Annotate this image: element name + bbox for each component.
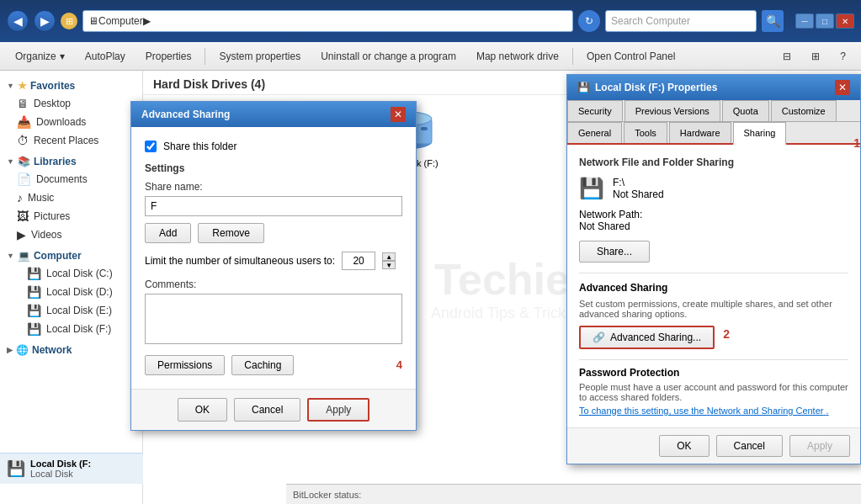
section-title: Hard Disk Drives (4)	[153, 77, 265, 91]
share-folder-checkbox[interactable]	[145, 141, 157, 152]
sidebar-item-drive-c-label: Local Disk (C:)	[46, 268, 113, 279]
toolbar-view-controls: ⊟ ⊞ ?	[774, 45, 854, 68]
tab-general[interactable]: General	[567, 122, 622, 143]
tab-previous-versions[interactable]: Previous Versions	[624, 100, 720, 121]
sidebar-item-recent-label: Recent Places	[34, 135, 98, 146]
favorites-label: Favorites	[30, 80, 75, 92]
network-path-label: Network Path:	[579, 209, 642, 220]
limit-input[interactable]	[342, 252, 375, 270]
tab-security-label: Security	[578, 106, 612, 116]
share-name-input[interactable]	[145, 196, 402, 216]
computer-header[interactable]: ▼ 💻 Computer	[0, 247, 142, 264]
permissions-button[interactable]: Permissions	[145, 355, 225, 375]
adv-dialog-close-button[interactable]: ✕	[391, 107, 406, 122]
tab-quota-label: Quota	[733, 106, 758, 116]
advanced-sharing-section: Advanced Sharing Set custom permissions,…	[579, 273, 848, 349]
adv-dialog-ok-button[interactable]: OK	[178, 398, 227, 422]
sidebar-item-pictures-label: Pictures	[34, 210, 70, 222]
refresh-button[interactable]: ↻	[578, 10, 600, 32]
props-apply-button[interactable]: Apply	[789, 435, 850, 457]
view-button[interactable]: ⊟	[774, 45, 800, 68]
tab-hardware[interactable]: Hardware	[669, 122, 731, 143]
libraries-header[interactable]: ▼ 📚 Libraries	[0, 153, 142, 170]
add-button[interactable]: Add	[145, 223, 191, 243]
sidebar-item-recent[interactable]: ⏱ Recent Places	[0, 131, 142, 150]
bitlocker-status: BitLocker status:	[293, 490, 361, 500]
sidebar-item-pictures[interactable]: 🖼 Pictures	[0, 207, 142, 225]
search-button[interactable]: 🔍	[762, 10, 784, 32]
advanced-sharing-button[interactable]: 🔗 Advanced Sharing...	[579, 326, 715, 349]
adv-dialog-cancel-button[interactable]: Cancel	[234, 398, 300, 422]
not-shared-text: Not Shared	[613, 188, 664, 200]
sidebar-item-music[interactable]: ♪ Music	[0, 188, 142, 207]
sidebar-item-downloads[interactable]: 📥 Downloads	[0, 113, 142, 131]
search-bar[interactable]: Search Computer	[605, 10, 757, 32]
spinner-up-button[interactable]: ▲	[382, 252, 396, 261]
system-properties-button[interactable]: System properties	[210, 45, 309, 68]
control-panel-button[interactable]: Open Control Panel	[578, 45, 683, 68]
sidebar-item-drive-c[interactable]: 💾 Local Disk (C:)	[0, 264, 142, 283]
sidebar-item-videos[interactable]: ▶ Videos	[0, 225, 142, 244]
map-drive-button[interactable]: Map network drive	[468, 45, 567, 68]
autoplay-button[interactable]: AutoPlay	[77, 45, 134, 68]
minimize-button[interactable]: ─	[795, 13, 814, 29]
title-bar: ◀ ▶ ⊞ 🖥 Computer ▶ ↻ Search Computer 🔍 ─…	[0, 0, 861, 42]
adv-dialog-apply-button[interactable]: Apply	[307, 398, 369, 422]
favorites-header[interactable]: ▼ ★ Favorites	[0, 77, 142, 94]
sidebar-item-drive-d[interactable]: 💾 Local Disk (D:)	[0, 283, 142, 301]
toolbar: Organize▾ AutoPlay Properties System pro…	[0, 42, 861, 71]
close-button[interactable]: ✕	[836, 13, 854, 29]
drive-f-icon: 💾	[27, 322, 41, 336]
props-badge-1: 1	[853, 136, 860, 150]
back-button[interactable]: ◀	[7, 10, 29, 32]
organize-button[interactable]: Organize▾	[7, 45, 73, 68]
tab-customize[interactable]: Customize	[771, 100, 837, 121]
adv-sharing-btn-label: Advanced Sharing...	[610, 332, 701, 343]
limit-row: Limit the number of simultaneous users t…	[145, 252, 402, 270]
sidebar-item-drive-f[interactable]: 💾 Local Disk (F:)	[0, 320, 142, 338]
favorites-star-icon: ★	[18, 80, 27, 92]
uninstall-button[interactable]: Uninstall or change a program	[312, 45, 465, 68]
tab-quota[interactable]: Quota	[722, 100, 769, 121]
props-ok-button[interactable]: OK	[659, 435, 709, 457]
caching-button[interactable]: Caching	[231, 355, 294, 375]
share-folder-row: Share this folder	[145, 141, 402, 152]
properties-button[interactable]: Properties	[137, 45, 200, 68]
properties-dialog: 💾 Local Disk (F:) Properties ✕ Security …	[566, 74, 861, 464]
videos-icon: ▶	[17, 228, 26, 241]
sidebar: ▼ ★ Favorites 🖥 Desktop 📥 Downloads ⏱ Re…	[0, 71, 143, 504]
computer-section: ▼ 💻 Computer 💾 Local Disk (C:) 💾 Local D…	[0, 247, 142, 338]
tab-security[interactable]: Security	[567, 100, 623, 121]
drive-d-icon: 💾	[27, 285, 41, 299]
help-button[interactable]: ?	[832, 45, 854, 68]
forward-button[interactable]: ▶	[34, 10, 56, 32]
spinner-down-button[interactable]: ▼	[382, 261, 396, 269]
sidebar-item-desktop[interactable]: 🖥 Desktop	[0, 94, 142, 113]
desktop-icon: 🖥	[17, 97, 29, 110]
drive-c-icon: 💾	[27, 267, 41, 280]
bottom-drive-sublabel: Local Disk	[30, 469, 91, 479]
sharing-icon: 🔗	[593, 332, 605, 343]
props-cancel-button[interactable]: Cancel	[716, 435, 783, 457]
view-toggle-button[interactable]: ⊞	[803, 45, 828, 68]
props-close-button[interactable]: ✕	[835, 80, 850, 95]
adv-dialog-title-bar: Advanced Sharing ✕	[131, 102, 416, 127]
address-bar[interactable]: 🖥 Computer ▶	[82, 10, 573, 32]
sidebar-item-documents[interactable]: 📄 Documents	[0, 170, 142, 188]
network-sharing-title: Network File and Folder Sharing	[579, 157, 848, 168]
network-sharing-center-text[interactable]: Network and Sharing Center	[707, 406, 824, 416]
comments-textarea[interactable]	[145, 294, 402, 344]
network-path-row: Network Path: Not Shared	[579, 209, 848, 232]
remove-button[interactable]: Remove	[198, 223, 264, 243]
tab-sharing[interactable]: Sharing	[733, 122, 787, 145]
sidebar-item-drive-e[interactable]: 💾 Local Disk (E:)	[0, 301, 142, 320]
props-badge-2: 2	[723, 327, 730, 341]
network-sharing-center-link[interactable]: To change this setting, use the Network …	[579, 406, 848, 416]
network-header[interactable]: ▶ 🌐 Network	[0, 342, 142, 358]
share-info-row: 💾 F:\ Not Shared	[579, 177, 848, 200]
sidebar-item-videos-label: Videos	[31, 229, 61, 241]
tab-tools[interactable]: Tools	[624, 122, 667, 143]
bottom-drive-info[interactable]: 💾 Local Disk (F: Local Disk	[0, 453, 143, 484]
share-button[interactable]: Share...	[579, 241, 650, 263]
maximize-button[interactable]: □	[816, 13, 834, 29]
